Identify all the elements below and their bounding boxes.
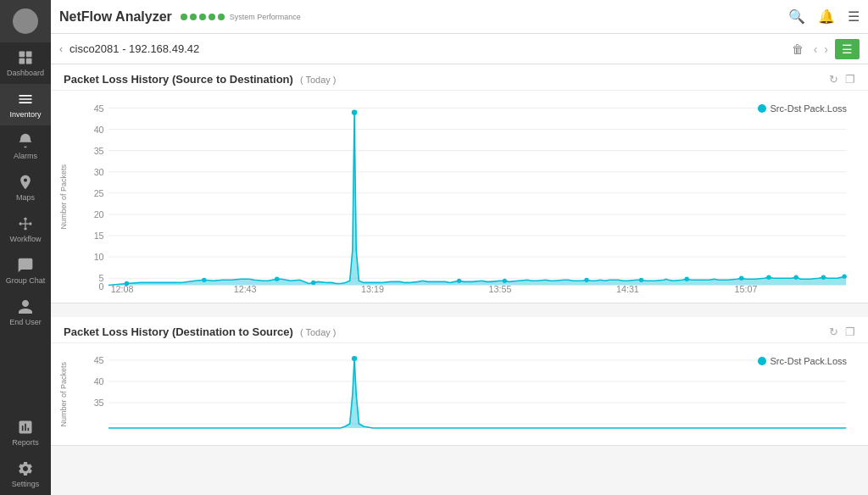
svg-point-40 — [311, 281, 315, 285]
svg-point-7 — [24, 227, 26, 230]
svg-point-50 — [842, 274, 846, 278]
sidebar-item-reports[interactable]: Reports — [0, 412, 51, 453]
svg-text:25: 25 — [94, 188, 104, 198]
chart2-area: Src-Dst Pack.Loss 45 40 35 — [72, 352, 855, 437]
svg-text:15:07: 15:07 — [735, 284, 758, 294]
chart2-legend-label: Src-Dst Pack.Loss — [771, 356, 847, 366]
maps-icon — [17, 174, 34, 191]
svg-text:20: 20 — [94, 209, 104, 220]
status-dots — [181, 14, 225, 20]
svg-point-42 — [503, 279, 507, 283]
svg-point-37 — [125, 281, 129, 286]
sidebar-item-workflow[interactable]: Workflow — [0, 209, 51, 250]
breadcrumb-bar: ‹ cisco2081 - 192.168.49.42 🗑 ‹ › ☰ — [51, 34, 868, 64]
svg-text:30: 30 — [94, 167, 104, 177]
svg-point-4 — [19, 222, 22, 225]
status-dot-2 — [190, 14, 197, 20]
chart1-y-axis-label: Number of Packets — [59, 164, 68, 230]
status-dot-3 — [199, 14, 206, 20]
chart2-legend: Src-Dst Pack.Loss — [758, 356, 847, 366]
chart1-refresh-icon[interactable]: ↻ — [829, 73, 838, 86]
svg-text:15: 15 — [94, 231, 104, 241]
svg-rect-2 — [19, 58, 25, 64]
svg-point-48 — [793, 275, 798, 280]
chart2-y-axis-label: Number of Packets — [59, 362, 68, 427]
chart1-body: Number of Packets Src-Dst Pack.Loss — [51, 91, 868, 303]
sidebar-item-dashboard[interactable]: Dashboard — [0, 42, 51, 84]
breadcrumb-back-arrow[interactable]: ‹ — [59, 43, 63, 55]
chart1-expand-icon[interactable]: ❐ — [845, 73, 855, 86]
svg-text:35: 35 — [94, 146, 104, 156]
status-label: System Performance — [230, 13, 301, 21]
sidebar-item-alarms[interactable]: Alarms — [0, 125, 51, 167]
chart1-title: Packet Loss History (Source to Destinati… — [64, 73, 293, 86]
sidebar-item-groupchat[interactable]: Group Chat — [0, 250, 51, 292]
chart2-expand-icon[interactable]: ❐ — [845, 325, 855, 338]
reports-icon — [17, 419, 34, 436]
status-dot-4 — [209, 14, 215, 20]
sidebar-item-enduser[interactable]: End User — [0, 292, 51, 333]
svg-text:12:08: 12:08 — [111, 284, 134, 294]
chart2-refresh-icon[interactable]: ↻ — [829, 325, 838, 338]
avatar — [0, 0, 51, 42]
svg-point-36 — [352, 110, 357, 115]
svg-point-47 — [766, 275, 771, 280]
sidebar-label-maps: Maps — [16, 193, 35, 202]
breadcrumb-actions: 🗑 ‹ › ☰ — [788, 39, 860, 59]
chart2-svg: 45 40 35 — [72, 352, 855, 437]
section-gap — [51, 303, 868, 310]
chart2-section: Packet Loss History (Destination to Sour… — [51, 317, 868, 446]
svg-text:45: 45 — [94, 356, 104, 365]
svg-point-44 — [639, 278, 643, 282]
sidebar-item-inventory[interactable]: Inventory — [0, 84, 51, 125]
main-content: NetFlow Analyzer System Performance 🔍 🔔 … — [51, 0, 868, 495]
sidebar-label-alarms: Alarms — [14, 152, 37, 160]
chart1-header-icons: ↻ ❐ — [829, 73, 855, 86]
sidebar-label-dashboard: Dashboard — [7, 69, 44, 77]
nav-prev-icon[interactable]: ‹ — [814, 42, 818, 56]
menu-button[interactable]: ☰ — [835, 39, 860, 59]
search-icon[interactable]: 🔍 — [788, 8, 805, 25]
chart2-legend-dot — [758, 357, 766, 365]
topbar-icons: 🔍 🔔 ☰ — [788, 8, 860, 25]
svg-text:13:55: 13:55 — [489, 284, 512, 294]
chart2-header: Packet Loss History (Destination to Sour… — [51, 317, 868, 343]
svg-text:10: 10 — [94, 252, 104, 262]
status-dot-5 — [218, 14, 225, 20]
svg-point-46 — [739, 276, 743, 281]
sidebar-item-maps[interactable]: Maps — [0, 167, 51, 209]
workflow-icon — [17, 215, 34, 232]
chart2-body: Number of Packets Src-Dst Pack.Loss 45 4… — [51, 343, 868, 445]
content-area: Packet Loss History (Source to Destinati… — [51, 64, 868, 495]
chart1-header: Packet Loss History (Source to Destinati… — [51, 64, 868, 91]
menu-icon[interactable]: ☰ — [848, 8, 860, 25]
svg-text:13:19: 13:19 — [361, 284, 384, 294]
dashboard-icon — [17, 49, 34, 66]
sidebar-item-settings[interactable]: Settings — [0, 453, 51, 495]
svg-point-43 — [584, 278, 588, 282]
inventory-icon — [17, 91, 34, 108]
svg-point-45 — [685, 277, 689, 281]
bell-icon[interactable]: 🔔 — [818, 8, 835, 25]
nav-next-icon[interactable]: › — [824, 42, 828, 56]
breadcrumb-text: cisco2081 - 192.168.49.42 — [70, 42, 782, 55]
svg-point-6 — [29, 222, 31, 225]
chart1-svg: 45 40 35 30 25 20 15 10 5 0 12:08 12:43 … — [72, 99, 855, 294]
chart1-legend: Src-Dst Pack.Loss — [758, 103, 847, 114]
svg-point-39 — [275, 277, 279, 281]
chart1-section: Packet Loss History (Source to Destinati… — [51, 64, 868, 303]
svg-text:35: 35 — [94, 398, 104, 408]
sidebar-label-settings: Settings — [12, 480, 40, 488]
svg-text:12:43: 12:43 — [234, 284, 257, 294]
svg-rect-3 — [26, 58, 32, 64]
svg-point-59 — [352, 356, 357, 361]
alarms-icon — [17, 132, 34, 149]
chart1-legend-dot — [758, 104, 766, 113]
svg-marker-35 — [108, 113, 846, 286]
chat-icon — [17, 257, 34, 274]
delete-button[interactable]: 🗑 — [788, 41, 807, 58]
chart2-title: Packet Loss History (Destination to Sour… — [64, 325, 293, 338]
sidebar-label-enduser: End User — [9, 318, 42, 326]
svg-point-41 — [457, 279, 461, 283]
topbar: NetFlow Analyzer System Performance 🔍 🔔 … — [51, 0, 868, 34]
